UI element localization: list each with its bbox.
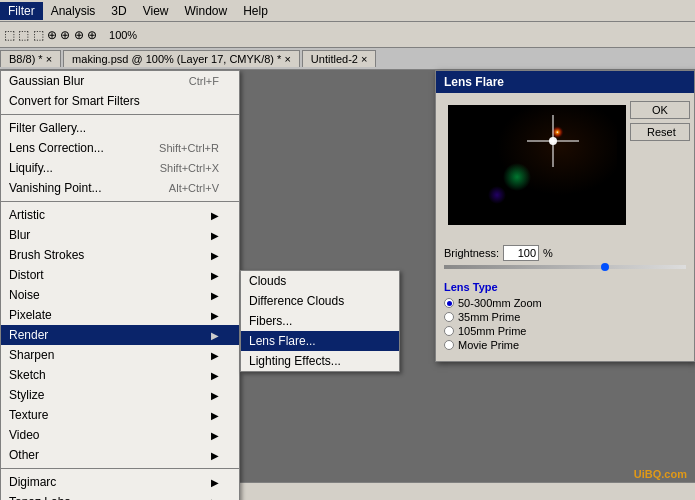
radio-movie-prime[interactable]: Movie Prime bbox=[444, 339, 686, 351]
menu-convert-smart[interactable]: Convert for Smart Filters bbox=[1, 91, 239, 111]
tab-2[interactable]: making.psd @ 100% (Layer 17, CMYK/8) * × bbox=[63, 50, 300, 67]
menu-filter[interactable]: Filter bbox=[0, 2, 43, 20]
lens-type-title: Lens Type bbox=[444, 281, 686, 293]
menu-gaussian-blur[interactable]: Gaussian Blur Ctrl+F bbox=[1, 71, 239, 91]
menu-filter-gallery[interactable]: Filter Gallery... bbox=[1, 118, 239, 138]
menu-texture[interactable]: Texture ▶ bbox=[1, 405, 239, 425]
menu-help[interactable]: Help bbox=[235, 2, 276, 20]
radio-circle-1[interactable] bbox=[444, 298, 454, 308]
tab-1[interactable]: B8/8) * × bbox=[0, 50, 61, 67]
menu-blur[interactable]: Blur ▶ bbox=[1, 225, 239, 245]
menu-noise[interactable]: Noise ▶ bbox=[1, 285, 239, 305]
menu-brush-strokes[interactable]: Brush Strokes ▶ bbox=[1, 245, 239, 265]
sep-2 bbox=[1, 201, 239, 202]
menu-pixelate[interactable]: Pixelate ▶ bbox=[1, 305, 239, 325]
sep-1 bbox=[1, 114, 239, 115]
sep-3 bbox=[1, 468, 239, 469]
radio-35mm[interactable]: 35mm Prime bbox=[444, 311, 686, 323]
brightness-label: Brightness: bbox=[444, 247, 499, 259]
lens-type-section: Lens Type 50-300mm Zoom 35mm Prime 105mm… bbox=[436, 277, 694, 361]
svg-point-5 bbox=[503, 163, 531, 191]
menu-artistic[interactable]: Artistic ▶ bbox=[1, 205, 239, 225]
menu-digimarc[interactable]: Digimarc ▶ bbox=[1, 472, 239, 492]
submenu-lens-flare[interactable]: Lens Flare... bbox=[241, 331, 399, 351]
brightness-slider[interactable] bbox=[444, 265, 686, 269]
submenu-difference-clouds[interactable]: Difference Clouds bbox=[241, 291, 399, 311]
render-submenu: Clouds Difference Clouds Fibers... Lens … bbox=[240, 270, 400, 372]
menu-view[interactable]: View bbox=[135, 2, 177, 20]
tab-bar: B8/8) * × making.psd @ 100% (Layer 17, C… bbox=[0, 48, 695, 70]
radio-circle-3[interactable] bbox=[444, 326, 454, 336]
dialog-title: Lens Flare bbox=[436, 71, 694, 93]
reset-button[interactable]: Reset bbox=[630, 123, 690, 141]
submenu-fibers[interactable]: Fibers... bbox=[241, 311, 399, 331]
brightness-section: Brightness: % bbox=[436, 237, 694, 277]
menu-sharpen[interactable]: Sharpen ▶ bbox=[1, 345, 239, 365]
menu-distort[interactable]: Distort ▶ bbox=[1, 265, 239, 285]
menu-other[interactable]: Other ▶ bbox=[1, 445, 239, 465]
watermark: UiBQ.com bbox=[634, 468, 687, 480]
menu-video[interactable]: Video ▶ bbox=[1, 425, 239, 445]
submenu-lighting-effects[interactable]: Lighting Effects... bbox=[241, 351, 399, 371]
lens-flare-dialog: Lens Flare bbox=[435, 70, 695, 362]
zoom-level: 100% bbox=[109, 29, 137, 41]
brightness-thumb[interactable] bbox=[601, 263, 609, 271]
radio-50-300mm[interactable]: 50-300mm Zoom bbox=[444, 297, 686, 309]
menu-vanishing-point[interactable]: Vanishing Point... Alt+Ctrl+V bbox=[1, 178, 239, 198]
menu-bar: Filter Analysis 3D View Window Help bbox=[0, 0, 695, 22]
ok-button[interactable]: OK bbox=[630, 101, 690, 119]
menu-3d[interactable]: 3D bbox=[103, 2, 134, 20]
menu-render[interactable]: Render ▶ bbox=[1, 325, 239, 345]
menu-lens-correction[interactable]: Lens Correction... Shift+Ctrl+R bbox=[1, 138, 239, 158]
menu-liquify[interactable]: Liquify... Shift+Ctrl+X bbox=[1, 158, 239, 178]
menu-stylize[interactable]: Stylize ▶ bbox=[1, 385, 239, 405]
brightness-pct: % bbox=[543, 247, 553, 259]
brightness-input[interactable] bbox=[503, 245, 539, 261]
dialog-preview[interactable] bbox=[448, 105, 626, 225]
radio-105mm[interactable]: 105mm Prime bbox=[444, 325, 686, 337]
radio-circle-4[interactable] bbox=[444, 340, 454, 350]
menu-sketch[interactable]: Sketch ▶ bbox=[1, 365, 239, 385]
main-area: Gaussian Blur Ctrl+F Convert for Smart F… bbox=[0, 70, 695, 500]
menu-analysis[interactable]: Analysis bbox=[43, 2, 104, 20]
svg-point-6 bbox=[488, 186, 506, 204]
tab-3[interactable]: Untitled-2 × bbox=[302, 50, 377, 67]
submenu-clouds[interactable]: Clouds bbox=[241, 271, 399, 291]
menu-window[interactable]: Window bbox=[177, 2, 236, 20]
svg-rect-1 bbox=[457, 105, 617, 225]
filter-dropdown: Gaussian Blur Ctrl+F Convert for Smart F… bbox=[0, 70, 240, 500]
menu-topaz[interactable]: Topaz Labs ▶ bbox=[1, 492, 239, 500]
radio-circle-2[interactable] bbox=[444, 312, 454, 322]
toolbar: ⬚ ⬚ ⬚ ⊕ ⊕ ⊕ ⊕ 100% bbox=[0, 22, 695, 48]
